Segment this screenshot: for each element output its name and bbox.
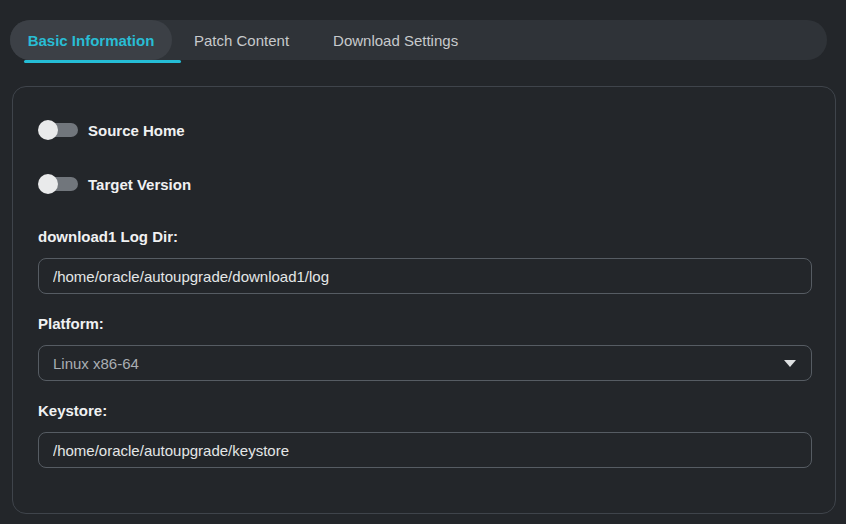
log-dir-label: download1 Log Dir: — [38, 228, 812, 245]
keystore-input[interactable] — [38, 432, 812, 468]
tab-label: Basic Information — [28, 32, 155, 49]
caret-down-icon — [784, 360, 796, 367]
source-home-toggle-row: Source Home — [38, 120, 812, 140]
source-home-label: Source Home — [88, 122, 185, 139]
basic-information-panel: Source Home Target Version download1 Log… — [12, 86, 836, 514]
target-version-toggle[interactable] — [38, 174, 78, 194]
toggle-thumb — [38, 174, 58, 194]
tab-label: Download Settings — [333, 32, 458, 49]
keystore-label: Keystore: — [38, 402, 812, 419]
platform-select-value: Linux x86-64 — [53, 355, 139, 372]
log-dir-input[interactable] — [38, 258, 812, 294]
target-version-label: Target Version — [88, 176, 191, 193]
toggle-thumb — [38, 120, 58, 140]
platform-select[interactable]: Linux x86-64 — [38, 345, 812, 381]
tab-bar: Basic Information Patch Content Download… — [10, 20, 827, 60]
tab-basic-information[interactable]: Basic Information — [10, 20, 172, 60]
platform-label: Platform: — [38, 315, 812, 332]
tab-download-settings[interactable]: Download Settings — [311, 20, 480, 60]
tab-patch-content[interactable]: Patch Content — [172, 20, 311, 60]
tab-label: Patch Content — [194, 32, 289, 49]
target-version-toggle-row: Target Version — [38, 174, 812, 194]
source-home-toggle[interactable] — [38, 120, 78, 140]
active-tab-underline — [24, 60, 181, 63]
